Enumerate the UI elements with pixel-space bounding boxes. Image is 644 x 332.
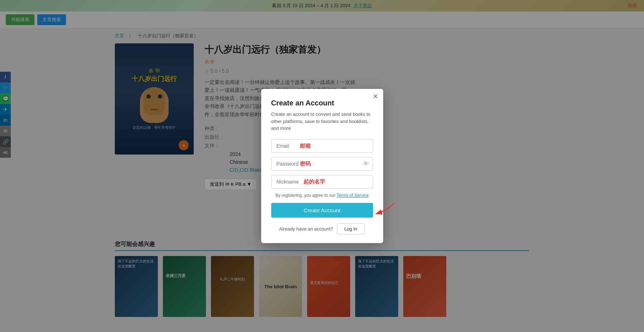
email-field-group: 邮箱 xyxy=(271,139,373,153)
terms-of-service-link[interactable]: Terms of Service xyxy=(337,193,368,198)
create-account-button[interactable]: Create Account xyxy=(271,203,373,218)
password-field-group: 密码 👁 xyxy=(271,157,373,171)
password-toggle-icon[interactable]: 👁 xyxy=(363,161,369,167)
terms-text: By registering, you agree to our Terms o… xyxy=(271,193,373,198)
nickname-input[interactable] xyxy=(271,175,373,189)
modal-close-button[interactable]: ✕ xyxy=(373,93,378,100)
modal-title: Create an Account xyxy=(271,99,373,107)
already-account-text: Already have an account? xyxy=(279,226,333,232)
login-button[interactable]: Log In xyxy=(337,223,365,234)
login-row: Already have an account? Log In xyxy=(271,223,373,234)
password-input[interactable] xyxy=(271,157,373,171)
email-input[interactable] xyxy=(271,139,373,153)
modal-overlay[interactable]: ✕ Create an Account Create an account to… xyxy=(0,0,644,332)
modal-subtitle: Create an account to convert and send bo… xyxy=(271,111,373,132)
modal-dialog: ✕ Create an Account Create an account to… xyxy=(261,89,383,243)
arrow-annotation xyxy=(370,199,398,221)
nickname-field-group: 起的名字 xyxy=(271,175,373,189)
